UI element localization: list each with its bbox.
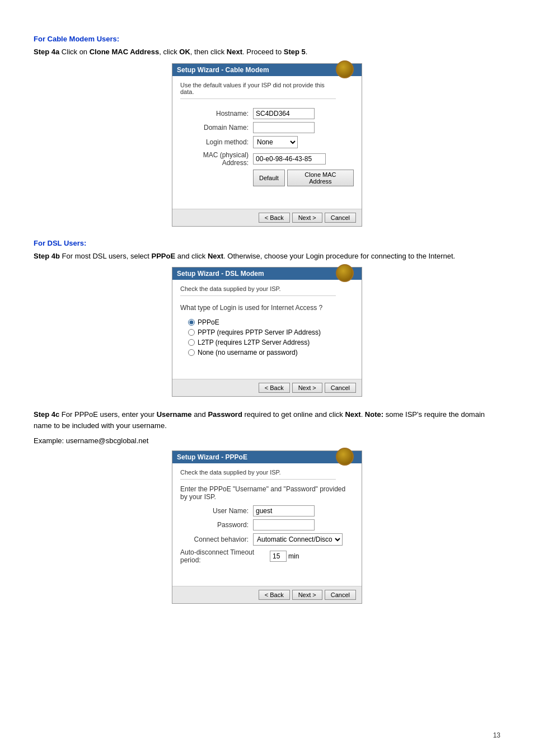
pppoe-connect-row: Connect behavior: Automatic Connect/Disc… — [180, 533, 354, 546]
dsl-section: For DSL Users: Step 4b For most DSL user… — [34, 239, 500, 397]
radio-l2tp[interactable] — [188, 339, 195, 346]
login-row: Login method: None — [180, 136, 354, 148]
pppoe-cancel-button[interactable]: Cancel — [325, 590, 356, 600]
step-4b-bold: Step 4b — [34, 252, 60, 260]
step-4a-bold: Step 4a — [34, 48, 59, 56]
mac-input[interactable] — [253, 153, 326, 165]
page-number: 13 — [493, 731, 500, 739]
hostname-input[interactable] — [253, 108, 315, 119]
cable-dialog-title: Setup Wizard - Cable Modem — [172, 64, 362, 76]
dsl-heading: For DSL Users: — [34, 239, 500, 247]
login-select[interactable]: None — [253, 136, 298, 148]
radio-pptp-label: PPTP (requires PPTP Server IP Address) — [198, 328, 321, 336]
cable-dialog-subtitle: Use the default values if your ISP did n… — [180, 82, 336, 99]
radio-pppoe[interactable] — [188, 319, 195, 326]
pppoe-timeout-label: Auto-disconnect Timeout period: — [180, 548, 270, 564]
radio-pppoe-row: PPPoE — [188, 318, 354, 326]
pppoe-username-row: User Name: — [180, 505, 354, 516]
cable-back-button[interactable]: < Back — [259, 213, 290, 223]
cable-heading: For Cable Modem Users: — [34, 35, 500, 43]
pppoe-section: Step 4c For PPPoE users, enter your User… — [34, 409, 500, 604]
cable-dialog-body: Use the default values if your ISP did n… — [172, 76, 362, 209]
pppoe-next-button[interactable]: Next > — [292, 590, 322, 600]
dsl-inner-heading: What type of Login is used for Internet … — [180, 302, 354, 314]
radio-pppoe-label: PPPoE — [198, 318, 219, 326]
default-button[interactable]: Default — [253, 170, 285, 186]
dsl-dialog-logo — [336, 264, 354, 282]
pppoe-username-input[interactable] — [253, 505, 315, 516]
pppoe-dialog-title: Setup Wizard - PPPoE — [172, 451, 362, 463]
cable-next-button[interactable]: Next > — [292, 213, 322, 223]
pppoe-password-label: Password: — [180, 521, 253, 529]
dsl-dialog-footer: < Back Next > Cancel — [172, 379, 362, 396]
cable-dialog-footer: < Back Next > Cancel — [172, 209, 362, 226]
step-4c-bold: Step 4c — [34, 410, 59, 419]
pppoe-dialog-logo — [336, 448, 354, 466]
step-4c-text: Step 4c For PPPoE users, enter your User… — [34, 409, 500, 431]
dsl-dialog-subtitle: Check the data supplied by your ISP. — [180, 285, 336, 296]
domain-label: Domain Name: — [180, 124, 253, 132]
pppoe-inner-text: Enter the PPPoE "Username" and "Password… — [180, 485, 354, 501]
clone-mac-button[interactable]: Clone MAC Address — [287, 170, 354, 186]
dsl-dialog-title: Setup Wizard - DSL Modem — [172, 267, 362, 280]
radio-none-row: None (no username or password) — [188, 349, 354, 356]
example-text: Example: username@sbcglobal.net — [34, 436, 500, 445]
radio-none[interactable] — [188, 349, 195, 356]
dsl-dialog: Setup Wizard - DSL Modem Check the data … — [172, 267, 362, 397]
pppoe-username-label: User Name: — [180, 507, 253, 515]
cable-cancel-button[interactable]: Cancel — [325, 213, 356, 223]
pppoe-timeout-input[interactable] — [270, 551, 287, 562]
radio-l2tp-label: L2TP (requires L2TP Server Address) — [198, 339, 310, 346]
dsl-dialog-wrapper: Setup Wizard - DSL Modem Check the data … — [34, 267, 500, 397]
hostname-label: Hostname: — [180, 110, 253, 118]
mac-buttons: Default Clone MAC Address — [253, 170, 354, 186]
step-4a-text: Step 4a Click on Clone MAC Address, clic… — [34, 46, 500, 58]
mac-row: MAC (physical) Address: — [180, 151, 354, 167]
radio-pptp[interactable] — [188, 329, 195, 336]
pppoe-connect-select[interactable]: Automatic Connect/Disconnect — [253, 533, 343, 546]
pppoe-connect-label: Connect behavior: — [180, 536, 253, 543]
pppoe-password-input[interactable] — [253, 519, 315, 530]
dsl-next-button[interactable]: Next > — [292, 383, 322, 393]
step-4b-text: Step 4b For most DSL users, select PPPoE… — [34, 251, 500, 262]
pppoe-back-button[interactable]: < Back — [259, 590, 290, 600]
mac-label: MAC (physical) Address: — [180, 151, 253, 167]
domain-row: Domain Name: — [180, 122, 354, 133]
dsl-cancel-button[interactable]: Cancel — [325, 383, 356, 393]
dsl-dialog-body: Check the data supplied by your ISP. Wha… — [172, 280, 362, 379]
timeout-unit: min — [288, 552, 299, 560]
pppoe-dialog: Setup Wizard - PPPoE Check the data supp… — [172, 450, 362, 604]
dsl-back-button[interactable]: < Back — [259, 383, 290, 393]
domain-input[interactable] — [253, 122, 315, 133]
pppoe-dialog-subtitle: Check the data supplied by your ISP. — [180, 469, 336, 480]
pppoe-timeout-row: Auto-disconnect Timeout period: min — [180, 548, 354, 564]
pppoe-dialog-wrapper: Setup Wizard - PPPoE Check the data supp… — [34, 450, 500, 604]
login-label: Login method: — [180, 138, 253, 146]
dsl-radio-group: PPPoE PPTP (requires PPTP Server IP Addr… — [188, 318, 354, 356]
cable-dialog-logo — [336, 60, 354, 78]
cable-dialog-wrapper: Setup Wizard - Cable Modem Use the defau… — [34, 63, 500, 227]
radio-none-label: None (no username or password) — [198, 349, 298, 356]
cable-dialog: Setup Wizard - Cable Modem Use the defau… — [172, 63, 362, 227]
radio-l2tp-row: L2TP (requires L2TP Server Address) — [188, 339, 354, 346]
pppoe-password-row: Password: — [180, 519, 354, 530]
hostname-row: Hostname: — [180, 108, 354, 119]
pppoe-dialog-footer: < Back Next > Cancel — [172, 586, 362, 603]
radio-pptp-row: PPTP (requires PPTP Server IP Address) — [188, 328, 354, 336]
pppoe-dialog-body: Check the data supplied by your ISP. Ent… — [172, 463, 362, 586]
